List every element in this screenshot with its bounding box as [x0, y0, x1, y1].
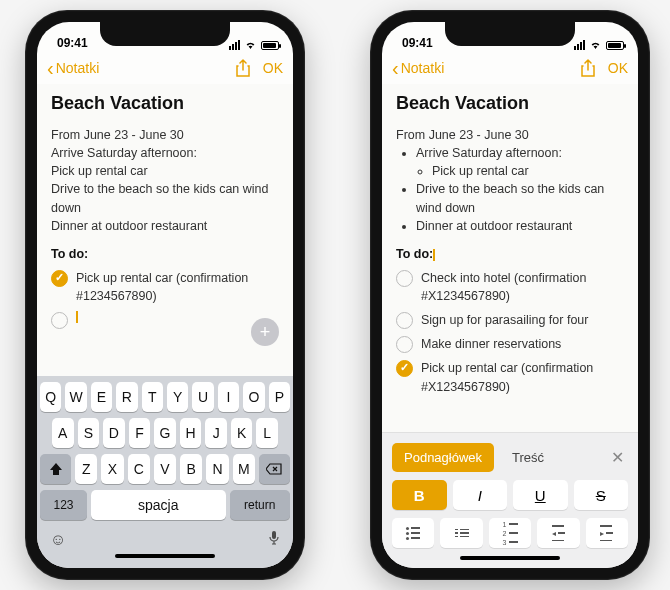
bullet-list-icon — [406, 527, 420, 540]
note-body[interactable]: Beach Vacation From June 23 - June 30 Ar… — [382, 84, 638, 432]
key-p[interactable]: P — [269, 382, 290, 412]
key-q[interactable]: Q — [40, 382, 61, 412]
checklist-item[interactable]: Pick up rental car (confirmation #123456… — [51, 269, 279, 305]
checkbox-checked-icon[interactable] — [51, 270, 68, 287]
checkbox-icon[interactable] — [396, 312, 413, 329]
checklist-item-empty[interactable] — [51, 311, 279, 329]
list-item: Arrive Saturday afternoon: Pick up renta… — [416, 144, 624, 180]
bullet-list: Arrive Saturday afternoon: Pick up renta… — [396, 144, 624, 235]
clock: 09:41 — [57, 36, 88, 50]
status-right — [574, 40, 624, 50]
done-button[interactable]: OK — [263, 60, 283, 76]
indent-button[interactable]: ▸ — [586, 518, 628, 548]
checklist-item[interactable]: Sign up for parasailing for four — [396, 311, 624, 329]
emoji-key[interactable]: ☺ — [50, 531, 66, 549]
notch — [445, 22, 575, 46]
key-a[interactable]: A — [52, 418, 74, 448]
style-body-button[interactable]: Treść — [500, 443, 556, 472]
key-w[interactable]: W — [65, 382, 86, 412]
phone-left: 09:41 ‹ Notatki OK Beach Vacation From J… — [25, 10, 305, 580]
checklist-label: Make dinner reservations — [421, 335, 561, 353]
key-x[interactable]: X — [101, 454, 123, 484]
checkbox-checked-icon[interactable] — [396, 360, 413, 377]
outdent-button[interactable]: ◂ — [537, 518, 579, 548]
key-s[interactable]: S — [78, 418, 100, 448]
bullet-list-button[interactable] — [392, 518, 434, 548]
close-format-button[interactable]: ✕ — [607, 448, 628, 467]
back-label: Notatki — [56, 60, 100, 76]
backspace-key[interactable] — [259, 454, 290, 484]
dash-list-button[interactable] — [440, 518, 482, 548]
key-y[interactable]: Y — [167, 382, 188, 412]
list-item: Dinner at outdoor restaurant — [416, 217, 624, 235]
key-g[interactable]: G — [154, 418, 176, 448]
italic-button[interactable]: I — [453, 480, 508, 510]
format-toolbar: Podnagłówek Treść ✕ B I U S — [382, 432, 638, 568]
key-c[interactable]: C — [128, 454, 150, 484]
list-item: Drive to the beach so the kids can wind … — [416, 180, 624, 216]
outdent-icon: ◂ — [552, 525, 565, 541]
key-l[interactable]: L — [256, 418, 278, 448]
key-v[interactable]: V — [154, 454, 176, 484]
checklist-item[interactable]: Make dinner reservations — [396, 335, 624, 353]
key-i[interactable]: I — [218, 382, 239, 412]
key-j[interactable]: J — [205, 418, 227, 448]
key-b[interactable]: B — [180, 454, 202, 484]
shift-icon — [49, 462, 63, 476]
checklist-item[interactable]: Check into hotel (confirmation #X1234567… — [396, 269, 624, 305]
key-u[interactable]: U — [192, 382, 213, 412]
key-d[interactable]: D — [103, 418, 125, 448]
underline-button[interactable]: U — [513, 480, 568, 510]
checkbox-icon[interactable] — [51, 312, 68, 329]
key-f[interactable]: F — [129, 418, 151, 448]
line: From June 23 - June 30 — [396, 126, 624, 144]
note-title: Beach Vacation — [396, 90, 624, 116]
numbers-key[interactable]: 123 — [40, 490, 87, 520]
key-e[interactable]: E — [91, 382, 112, 412]
back-label: Notatki — [401, 60, 445, 76]
key-n[interactable]: N — [206, 454, 228, 484]
strike-button[interactable]: S — [574, 480, 629, 510]
key-h[interactable]: H — [180, 418, 202, 448]
dash-list-icon — [455, 529, 469, 538]
text-cursor — [76, 311, 78, 323]
line: Arrive Saturday afternoon: — [51, 144, 279, 162]
nav-bar: ‹ Notatki OK — [382, 52, 638, 84]
checkbox-icon[interactable] — [396, 270, 413, 287]
share-icon[interactable] — [580, 59, 596, 77]
share-icon[interactable] — [235, 59, 251, 77]
key-r[interactable]: R — [116, 382, 137, 412]
key-m[interactable]: M — [233, 454, 255, 484]
home-indicator[interactable] — [115, 554, 215, 558]
checklist-label: Pick up rental car (confirmation #X12345… — [421, 359, 624, 395]
chevron-left-icon: ‹ — [392, 58, 399, 78]
shift-key[interactable] — [40, 454, 71, 484]
dictation-key[interactable] — [268, 530, 280, 550]
bold-button[interactable]: B — [392, 480, 447, 510]
todo-heading: To do: — [396, 245, 624, 263]
space-key[interactable]: spacja — [91, 490, 225, 520]
key-z[interactable]: Z — [75, 454, 97, 484]
signal-icon — [574, 40, 585, 50]
return-key[interactable]: return — [230, 490, 291, 520]
back-button[interactable]: ‹ Notatki — [47, 58, 235, 78]
home-indicator[interactable] — [460, 556, 560, 560]
key-k[interactable]: K — [231, 418, 253, 448]
line: Dinner at outdoor restaurant — [51, 217, 279, 235]
wifi-icon — [244, 40, 257, 50]
key-t[interactable]: T — [142, 382, 163, 412]
battery-icon — [261, 41, 279, 50]
screen: 09:41 ‹ Notatki OK Beach Vacation From J… — [382, 22, 638, 568]
checklist-label: Sign up for parasailing for four — [421, 311, 588, 329]
style-subheading-button[interactable]: Podnagłówek — [392, 443, 494, 472]
add-button[interactable]: + — [251, 318, 279, 346]
wifi-icon — [589, 40, 602, 50]
number-list-button[interactable]: 1 2 3 — [489, 518, 531, 548]
done-button[interactable]: OK — [608, 60, 628, 76]
clock: 09:41 — [402, 36, 433, 50]
key-o[interactable]: O — [243, 382, 264, 412]
checklist-item[interactable]: Pick up rental car (confirmation #X12345… — [396, 359, 624, 395]
number-list-icon: 1 2 3 — [503, 521, 518, 546]
back-button[interactable]: ‹ Notatki — [392, 58, 580, 78]
checkbox-icon[interactable] — [396, 336, 413, 353]
